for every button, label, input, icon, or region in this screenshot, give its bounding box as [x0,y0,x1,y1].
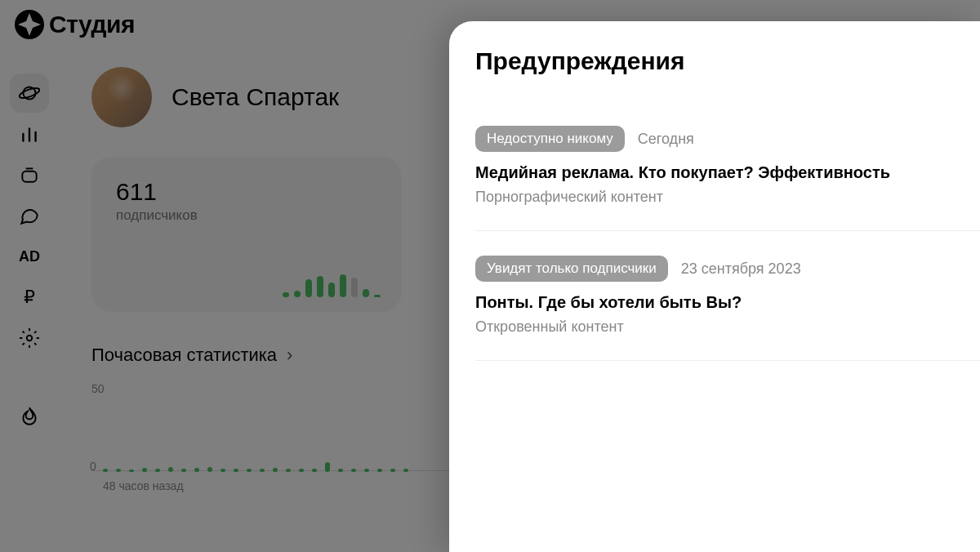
warning-item[interactable]: Увидят только подписчики 23 сентября 202… [475,256,980,361]
warning-date: Сегодня [638,131,694,148]
status-badge: Недоступно никому [475,126,625,152]
warning-reason: Откровенный контент [475,318,960,336]
warning-date: 23 сентября 2023 [681,260,801,278]
warning-reason: Порнографический контент [475,189,960,206]
warning-item[interactable]: Недоступно никому Сегодня Медийная рекла… [475,126,980,231]
warning-title: Медийная реклама. Кто покупает? Эффектив… [475,163,960,182]
warnings-panel: Предупреждения Недоступно никому Сегодня… [449,21,980,552]
warning-title: Понты. Где бы хотели быть Вы? [475,293,960,312]
panel-title: Предупреждения [475,47,980,75]
status-badge: Увидят только подписчики [475,256,668,282]
